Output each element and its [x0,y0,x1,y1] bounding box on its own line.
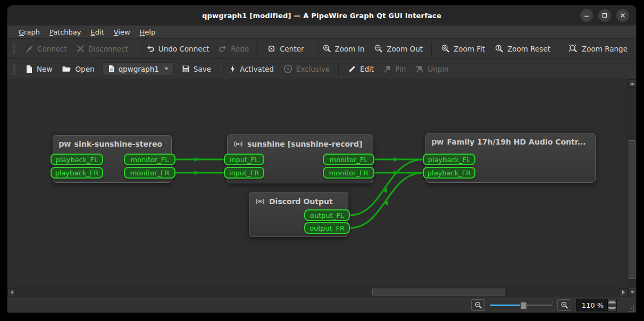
new-button[interactable]: New [20,62,57,76]
horizontal-scrollbar[interactable] [7,288,628,296]
port-sink-playback_FL[interactable]: playback_FL [51,154,103,165]
close-icon [620,13,625,18]
slider-tick [552,301,553,303]
triangle-up-icon [630,82,634,85]
redo-button[interactable]: Redo [214,42,254,56]
menu-view[interactable]: View [109,27,135,37]
toolbar-drag-handle[interactable] [12,63,16,75]
toolbar-separator [559,43,560,55]
menu-patchbay[interactable]: Patchbay [45,27,86,37]
menu-graph[interactable]: Graph [14,27,45,37]
menu-edit[interactable]: Edit [86,27,109,37]
scroll-left-button[interactable] [7,288,16,297]
port-discord-output_FR[interactable]: output_FR [304,222,350,234]
zoom-reset-icon [495,44,504,53]
scroll-right-button[interactable] [619,288,628,297]
exclusive-button[interactable]: Exclusive [279,62,334,76]
toolbar-separator [220,63,221,75]
vertical-scroll-track[interactable] [628,88,636,288]
port-family-playback_FL[interactable]: playback_FL [423,154,475,165]
statusbar-zoom-out-button[interactable] [471,299,485,311]
horizontal-scroll-track[interactable] [16,288,619,296]
zoom-range-icon [568,44,578,53]
zoom-fit-button[interactable]: Zoom Fit [436,41,490,56]
broadcast-icon [233,139,244,149]
zoom-slider[interactable] [490,300,553,310]
spin-down-button[interactable] [608,305,616,311]
triangle-down-icon [608,307,616,309]
port-discord-output_FL[interactable]: output_FL [304,209,350,221]
window-title: qpwgraph1 [modified] — A PipeWire Graph … [202,12,441,20]
scroll-up-button[interactable] [628,79,636,88]
port-sink-monitor_FR[interactable]: monitor_FR [124,167,175,179]
port-family-playback_FR[interactable]: playback_FR [423,167,475,179]
triangle-left-icon [11,290,13,294]
patchbay-selector-value: qpwgraph1 [119,65,159,73]
open-folder-icon [62,65,71,73]
zoom-range-button[interactable]: Zoom Range [564,41,632,56]
menu-help[interactable]: Help [135,27,161,37]
toolbar-separator [137,43,138,55]
zoom-slider-handle[interactable] [520,302,527,310]
node-title-bar: pw sink-sunshine-stereo [53,136,171,151]
vertical-scrollbar[interactable] [628,79,636,296]
connect-button[interactable]: Connect [20,42,72,56]
zoom-percent-spinbox[interactable]: 110 % [576,299,617,311]
port-sunshine-monitor_FL[interactable]: monitor_FL [323,154,374,165]
node-title-bar: pw Family 17h/19h HD Audio Contr... [426,133,595,149]
edit-pencil-icon [348,65,356,73]
graph-canvas[interactable]: pw sink-sunshine-stereo playback_FL play… [7,79,628,288]
center-button[interactable]: Center [262,41,308,56]
minimize-button[interactable] [580,9,593,22]
titlebar[interactable]: qpwgraph1 [modified] — A PipeWire Graph … [7,5,636,26]
toolbar-separator [338,63,339,75]
toolbar-separator [431,43,432,55]
cable-arrow-icon [394,157,399,162]
scroll-down-button[interactable] [628,288,636,296]
port-sunshine-input_FL[interactable]: input_FL [224,154,264,165]
edit-button[interactable]: Edit [343,62,379,76]
port-sink-playback_FR[interactable]: playback_FR [51,167,103,179]
slider-tick [490,301,490,303]
unpin-icon [415,65,424,73]
menubar: Graph Patchbay Edit View Help [7,26,636,39]
vertical-scroll-thumb[interactable] [629,140,635,279]
statusbar-zoom-in-button[interactable] [557,299,571,311]
undo-connect-button[interactable]: Undo Connect [141,42,214,56]
maximize-button[interactable] [598,9,611,22]
zoom-in-icon [561,301,568,309]
zoom-fit-icon [441,44,450,53]
horizontal-scroll-thumb[interactable] [372,289,505,295]
open-button[interactable]: Open [57,62,99,76]
zoom-in-button[interactable]: Zoom In [317,41,370,56]
node-title: Family 17h/19h HD Audio Contr... [447,138,586,146]
node-title-bar: sunshine [sunshine-record] [228,135,373,152]
zoom-reset-button[interactable]: Zoom Reset [490,41,555,56]
save-button[interactable]: Save [177,62,216,76]
pin-button[interactable]: Pin [379,62,411,76]
disconnect-button[interactable]: Disconnect [72,42,133,56]
triangle-down-icon [630,291,634,293]
toolbar-drag-handle[interactable] [12,43,16,55]
node-title: sink-sunshine-stereo [74,140,162,148]
port-sunshine-monitor_FR[interactable]: monitor_FR [323,167,374,179]
zoom-out-button[interactable]: Zoom Out [369,41,428,56]
spin-up-button[interactable] [608,299,616,305]
cable-layer [7,79,628,288]
patchbay-selector[interactable]: qpwgraph1 [103,62,174,76]
zoom-out-icon [474,301,482,309]
activated-button[interactable]: Activated [224,62,279,76]
port-sunshine-input_FR[interactable]: input_FR [224,167,264,179]
node-title: sunshine [sunshine-record] [247,140,362,148]
zoom-in-icon [322,44,331,53]
minimize-icon [584,13,589,18]
graph-area: pw sink-sunshine-stereo playback_FL play… [7,79,636,296]
cable-arrow-icon [195,157,199,162]
zoom-percent-value: 110 % [576,301,607,309]
port-sink-monitor_FL[interactable]: monitor_FL [124,154,175,165]
window-resize-grip[interactable] [627,305,635,312]
connect-icon [25,45,34,53]
close-button[interactable] [616,9,629,22]
node-title: Discord Output [269,197,333,206]
unpin-button[interactable]: Unpin [411,62,453,76]
